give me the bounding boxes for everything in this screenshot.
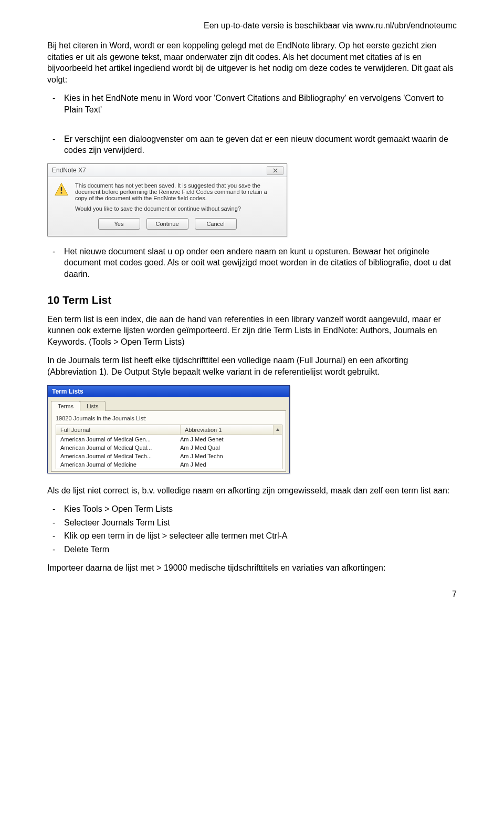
cell-abbreviation: Am J Med Genet	[176, 436, 282, 442]
paragraph-intro: Bij het citeren in Word, wordt er een ko…	[47, 40, 457, 85]
dialog-title: EndNote X7	[52, 167, 86, 174]
tab-bar: Terms Lists	[51, 400, 286, 411]
endnote-save-dialog: EndNote X7 This document has not yet bee…	[47, 163, 287, 236]
warning-icon	[54, 182, 69, 197]
cell-full-journal: American Journal of Medicine	[56, 461, 176, 468]
continue-button[interactable]: Continue	[146, 218, 188, 230]
cell-abbreviation: Am J Med Qual	[176, 445, 282, 451]
dialog-titlebar: EndNote X7	[48, 164, 287, 177]
close-icon	[273, 168, 278, 173]
table-row[interactable]: American Journal of Medicine Am J Med	[56, 460, 282, 469]
cell-full-journal: American Journal of Medical Gen...	[56, 436, 176, 442]
table-row[interactable]: American Journal of Medical Tech... Am J…	[56, 452, 282, 460]
table-row[interactable]: American Journal of Medical Gen... Am J …	[56, 435, 282, 443]
scroll-up-button[interactable]	[273, 425, 282, 435]
journal-count-label: 19820 Journals in the Journals List:	[56, 415, 281, 421]
page-number: 7	[47, 590, 457, 599]
paragraph: Importeer daarna de lijst met > 19000 me…	[47, 562, 457, 574]
term-lists-window: Term Lists Terms Lists 19820 Journals in…	[47, 385, 290, 473]
paragraph: Een term list is een index, die aan de h…	[47, 314, 457, 348]
cell-full-journal: American Journal of Medical Tech...	[56, 453, 176, 459]
tab-terms[interactable]: Terms	[51, 401, 80, 411]
document-page: Een up-to-date versie is beschikbaar via…	[0, 0, 504, 620]
list-item: Kies in het EndNote menu in Word voor 'C…	[64, 92, 457, 115]
list-item: Het nieuwe document slaat u op onder een…	[64, 246, 457, 280]
close-button[interactable]	[267, 166, 284, 175]
cell-abbreviation: Am J Med Techn	[176, 453, 282, 459]
header-note: Een up-to-date versie is beschikbaar via…	[47, 21, 457, 30]
list-item: Delete Term	[64, 544, 457, 555]
journals-table: Full Journal Abbreviation 1 American Jou…	[56, 425, 282, 469]
chevron-up-icon	[276, 428, 280, 432]
cell-abbreviation: Am J Med	[176, 461, 282, 468]
window-title: Term Lists	[48, 386, 289, 397]
svg-point-4	[61, 192, 62, 193]
list-item: Kies Tools > Open Term Lists	[64, 503, 457, 515]
table-row[interactable]: American Journal of Medical Qual... Am J…	[56, 443, 282, 452]
section-heading-term-list: 10 Term List	[47, 294, 457, 306]
svg-marker-5	[276, 428, 279, 431]
svg-rect-3	[61, 187, 62, 191]
column-header-full-journal[interactable]: Full Journal	[56, 425, 181, 435]
dialog-message: This document has not yet been saved. It…	[75, 182, 279, 201]
paragraph: In de Journals term list heeft elke tijd…	[47, 355, 457, 377]
cancel-button[interactable]: Cancel	[195, 218, 237, 230]
dialog-question: Would you like to save the document or c…	[48, 202, 287, 216]
paragraph: Als de lijst niet correct is, b.v. volle…	[47, 485, 457, 497]
list-item: Selecteer Journals Term List	[64, 517, 457, 529]
cell-full-journal: American Journal of Medical Qual...	[56, 445, 176, 451]
list-item: Er verschijnt een dialoogvenster om aan …	[64, 133, 457, 156]
column-header-abbreviation[interactable]: Abbreviation 1	[181, 425, 273, 435]
tab-lists[interactable]: Lists	[80, 401, 106, 411]
list-item: Klik op een term in de lijst > selecteer…	[64, 530, 457, 542]
yes-button[interactable]: Yes	[98, 218, 140, 230]
